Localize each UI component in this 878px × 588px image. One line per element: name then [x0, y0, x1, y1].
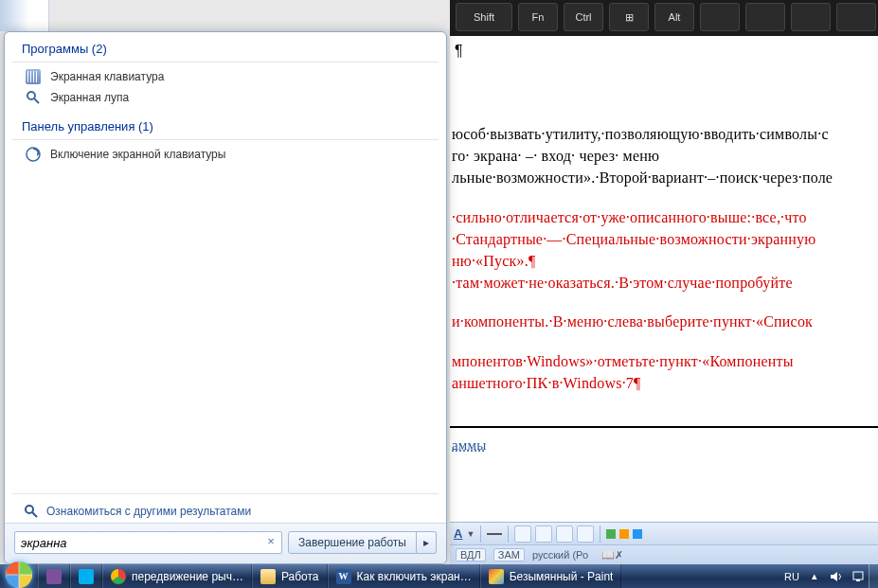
volume-icon[interactable] [830, 570, 843, 583]
result-group-header: Программы (2) [12, 38, 439, 62]
shutdown-button[interactable]: Завершение работы [288, 531, 417, 554]
input-language-indicator[interactable]: RU [784, 571, 799, 582]
search-icon [24, 504, 39, 519]
status-vdl: ВДЛ [456, 548, 486, 561]
taskbar-item-explorer[interactable]: Работа [252, 564, 328, 588]
svg-point-4 [26, 506, 33, 513]
result-item-label: Включение экранной клавиатуры [50, 148, 225, 161]
highlight-swatch[interactable] [619, 529, 629, 539]
text-line: и·компоненты.·В·меню·слева·выберите·пунк… [450, 311, 878, 332]
spellcheck-icon[interactable]: 📖✗ [601, 549, 623, 561]
shutdown-label: Завершение работы [298, 536, 406, 549]
taskbar-item-skype[interactable] [70, 564, 102, 588]
keycap: Ctrl [564, 3, 603, 31]
taskbar-item-word[interactable]: W Как включить экран… [328, 564, 480, 588]
result-group-header: Панель управления (1) [12, 116, 439, 140]
magnifier-icon [26, 90, 41, 105]
taskbar-item-label: передвижение рыч… [132, 570, 243, 583]
text-line: мпонентов·Windows»·отметьте·пункт·«Компо… [450, 350, 878, 372]
keycap: Shift [456, 3, 512, 31]
word-status-bar: ВДЛ ЗАМ русский (Ро 📖✗ [450, 544, 878, 564]
taskbar-item-chrome[interactable]: передвижение рыч… [102, 564, 252, 588]
background-word-window: Shift Fn Ctrl ⊞ Alt Al ¶ юсоб·вызвать·ут… [450, 0, 878, 564]
keycap [745, 3, 785, 31]
action-center-icon[interactable] [851, 570, 865, 583]
text-line: го· экрана· –· вход· через· меню [450, 145, 878, 167]
keyboard-icon [26, 69, 41, 84]
svg-rect-7 [853, 572, 863, 579]
taskbar: передвижение рыч… Работа W Как включить … [0, 564, 878, 588]
pilcrow: ¶ [455, 43, 463, 60]
keycap [791, 3, 831, 31]
text-line: аншетного·ПК·в·Windows·7¶ [450, 372, 878, 394]
word-icon: W [336, 569, 351, 584]
taskbar-item-paint[interactable]: Безымянный - Paint [480, 564, 622, 588]
result-item-label: Экранная лупа [50, 91, 129, 104]
indent-button[interactable] [556, 526, 573, 543]
shutdown-split-button[interactable]: Завершение работы ▸ [288, 531, 437, 554]
status-language: русский (Ро [532, 549, 588, 561]
result-item-osk[interactable]: Экранная клавиатура [7, 66, 444, 87]
taskbar-item-label: Работа [281, 570, 319, 583]
hyperlink-fragment[interactable]: аммы [452, 437, 487, 453]
result-item-magnifier[interactable]: Экранная лупа [7, 87, 444, 108]
see-more-results[interactable]: Ознакомиться с другими результатами [18, 500, 433, 523]
word-ruler-fragment [0, 0, 49, 31]
clear-search-icon[interactable]: × [263, 535, 278, 550]
taskbar-item-viber[interactable] [38, 564, 70, 588]
result-item-enable-osk[interactable]: Включение экранной клавиатуры [7, 144, 444, 165]
status-zam: ЗАМ [493, 548, 525, 561]
keycap: Fn [518, 3, 558, 31]
paint-icon [489, 569, 504, 584]
system-tray: RU ▴ [780, 564, 869, 588]
svg-marker-6 [831, 572, 837, 581]
chrome-icon [111, 569, 126, 584]
font-color-button[interactable]: A [454, 526, 462, 541]
keycap: Alt [654, 3, 694, 31]
keycap: ⊞ [609, 3, 649, 31]
text-line: ·сильно·отличается·от·уже·описанного·выш… [450, 206, 878, 228]
ease-of-access-icon [26, 147, 41, 162]
rule-button[interactable] [487, 533, 502, 535]
text-line: ·там·может·не·оказаться.·В·этом·случае·п… [450, 272, 878, 294]
windows-logo-icon [6, 561, 32, 588]
search-input[interactable] [14, 531, 282, 554]
text-line: юсоб·вызвать·утилиту,·позволяющую·вводит… [450, 123, 878, 145]
highlight-swatch[interactable] [606, 529, 616, 539]
folder-icon [260, 569, 276, 584]
start-menu-bottom-bar: × Завершение работы ▸ [5, 523, 446, 563]
keycap [700, 3, 740, 31]
text-line: ню·«Пуск».¶ [450, 250, 878, 272]
show-desktop-button[interactable] [869, 564, 878, 588]
svg-rect-8 [856, 579, 860, 581]
horizontal-rule [450, 426, 878, 428]
see-more-results-label: Ознакомиться с другими результатами [46, 505, 251, 518]
start-menu-results: Программы (2) Экранная клавиатура Экранн… [5, 32, 446, 493]
shutdown-options-arrow[interactable]: ▸ [417, 531, 437, 554]
text-line: ·Стандартные·—·Специальные·возможности·э… [450, 228, 878, 250]
svg-point-0 [27, 92, 35, 99]
svg-line-5 [32, 512, 37, 517]
result-item-label: Экранная клавиатура [50, 70, 164, 83]
text-line: льные·возможности».·Второй·вариант·–·пои… [450, 167, 878, 188]
document-text: юсоб·вызвать·утилиту,·позволяющую·вводит… [450, 123, 878, 456]
viber-icon [46, 569, 62, 584]
align-button[interactable] [514, 526, 531, 543]
skype-icon [79, 569, 94, 584]
align-button[interactable] [535, 526, 552, 543]
taskbar-item-label: Безымянный - Paint [510, 570, 614, 583]
highlight-swatch[interactable] [633, 529, 642, 539]
tray-chevron-up-icon[interactable]: ▴ [808, 570, 821, 583]
word-formatting-toolbar: A ▼ [450, 522, 878, 544]
keycap [836, 3, 876, 31]
indent-button[interactable] [577, 526, 594, 543]
chevron-right-icon: ▸ [423, 536, 429, 549]
onscreen-keyboard-image: Shift Fn Ctrl ⊞ Alt Al [450, 0, 878, 36]
taskbar-item-label: Как включить экран… [357, 570, 472, 583]
start-menu: Программы (2) Экранная клавиатура Экранн… [4, 31, 447, 564]
svg-line-1 [34, 98, 39, 103]
start-button[interactable] [0, 564, 38, 588]
